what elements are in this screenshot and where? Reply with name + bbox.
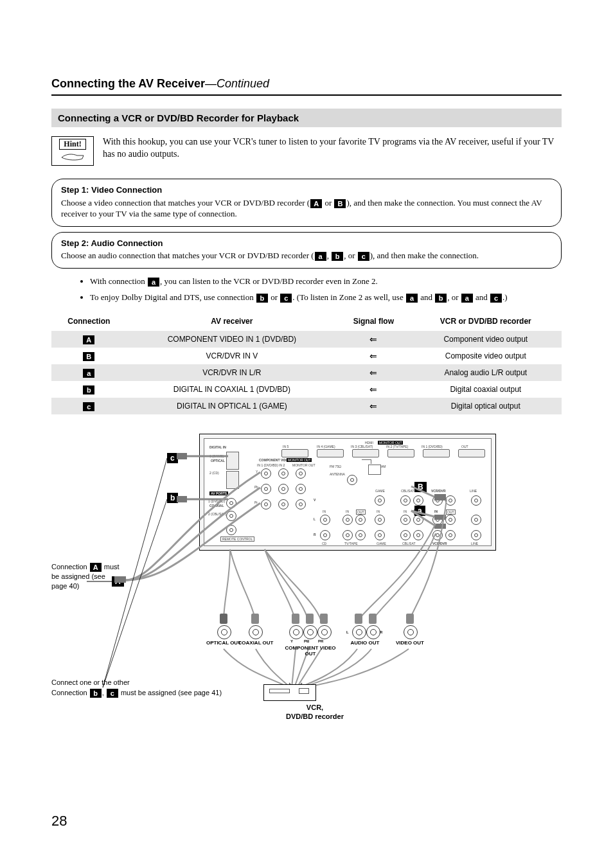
running-header: Connecting the AV Receiver—Continued — [51, 77, 562, 96]
th-connection: Connection — [51, 313, 127, 331]
running-continued: —Continued — [205, 77, 269, 90]
fig-badge-B: B — [414, 482, 427, 492]
svg-rect-0 — [177, 453, 187, 459]
th-flow: Signal flow — [337, 313, 409, 331]
plug-audio-label: AUDIO OUT — [346, 641, 384, 646]
badge-b: b — [332, 252, 343, 261]
table-row: c DIGITAL IN OPTICAL 1 (GAME) ⇐ Digital … — [51, 398, 562, 414]
bullet-2: To enjoy Dolby Digital and DTS, use conn… — [90, 291, 562, 305]
arrow-left-icon: ⇐ — [337, 381, 409, 398]
hint-block: Hint! With this hookup, you can use your… — [51, 136, 562, 166]
fig-badge-a: a — [414, 506, 425, 516]
hint-text: With this hookup, you can use your VCR's… — [103, 136, 562, 161]
badge-B: B — [334, 199, 346, 208]
svg-rect-1 — [177, 496, 187, 502]
step2-body: Choose an audio connection that matches … — [61, 250, 552, 261]
plug-component-label: COMPONENT VIDEO OUT — [281, 646, 339, 657]
plug-row: OPTICAL OUT COAXIAL OUT Y PB PR COMPONEN… — [206, 614, 501, 665]
table-header-row: Connection AV receiver Signal flow VCR o… — [51, 313, 562, 331]
arrow-left-icon: ⇐ — [337, 348, 409, 364]
fig-badge-b: b — [167, 493, 178, 503]
connection-table: Connection AV receiver Signal flow VCR o… — [51, 313, 562, 414]
section-title: Connecting a VCR or DVD/BD Recorder for … — [51, 109, 562, 127]
badge-A: A — [310, 199, 322, 208]
table-row: B VCR/DVR IN V ⇐ Composite video output — [51, 348, 562, 364]
table-row: a VCR/DVR IN L/R ⇐ Analog audio L/R outp… — [51, 364, 562, 381]
wiring-figure: Connection A must be assigned (see page … — [51, 434, 562, 729]
arrow-left-icon: ⇐ — [337, 364, 409, 381]
hint-icon: Hint! — [51, 136, 94, 166]
receiver-rear-panel: HDMI MONITOR OUT IN 5 IN 4 (GAME) IN 3 (… — [199, 434, 496, 551]
step1-box: Step 1: Video Connection Choose a video … — [51, 179, 562, 227]
hint-label: Hint! — [59, 139, 85, 150]
table-row: b DIGITAL IN COAXIAL 1 (DVD/BD) ⇐ Digita… — [51, 381, 562, 398]
arrow-left-icon: ⇐ — [337, 331, 409, 348]
fig-badge-c: c — [167, 453, 178, 463]
step2-box: Step 2: Audio Connection Choose an audio… — [51, 232, 562, 269]
badge-a: a — [315, 252, 326, 261]
step1-title: Step 1: Video Connection — [61, 184, 552, 196]
paper-icon — [61, 152, 84, 161]
badge-c: c — [358, 252, 369, 261]
th-device: VCR or DVD/BD recorder — [410, 313, 562, 331]
bullet-list: With connection a, you can listen to the… — [64, 275, 562, 305]
recorder-icon — [263, 684, 316, 701]
recorder-label: VCR, DVD/BD recorder — [263, 704, 366, 720]
fig-badge-A: A — [112, 576, 124, 587]
bullet-1: With connection a, you can listen to the… — [90, 275, 562, 288]
step2-title: Step 2: Audio Connection — [61, 238, 552, 249]
arrow-left-icon: ⇐ — [337, 398, 409, 414]
running-title: Connecting the AV Receiver — [51, 77, 205, 90]
th-receiver: AV receiver — [127, 313, 338, 331]
figure-bottom-note: Connect one or the other Connection b, c… — [51, 678, 222, 698]
plug-coaxial-label: COAXIAL OUT — [236, 641, 275, 646]
table-row: A COMPONENT VIDEO IN 1 (DVD/BD) ⇐ Compon… — [51, 331, 562, 348]
step1-body: Choose a video connection that matches y… — [61, 197, 552, 220]
plug-video-label: VIDEO OUT — [391, 641, 429, 646]
page-number: 28 — [51, 813, 67, 829]
